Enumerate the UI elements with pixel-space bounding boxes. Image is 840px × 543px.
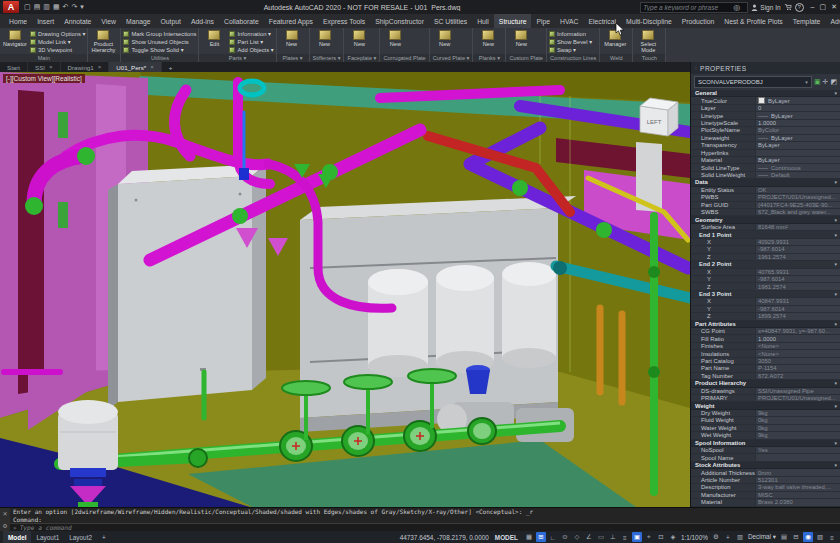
- property-row[interactable]: SWBS 672_Black and grey water...: [691, 209, 840, 216]
- property-row[interactable]: Y -987.6014: [691, 306, 840, 313]
- close-command-icon[interactable]: ✕: [2, 510, 7, 517]
- property-row[interactable]: Data: [691, 179, 840, 186]
- close-tab-icon[interactable]: ×: [98, 64, 102, 70]
- ribbon-big-button[interactable]: New: [432, 29, 458, 54]
- ribbon-button[interactable]: Information ▾: [229, 30, 273, 37]
- property-row[interactable]: Dry Weight 9kg: [691, 410, 840, 417]
- transparency-icon[interactable]: ≡: [620, 532, 630, 542]
- isolate-objects-icon[interactable]: ⊟: [791, 532, 801, 542]
- property-row[interactable]: Manufacturer MISC: [691, 492, 840, 499]
- property-row[interactable]: Insulations <None>: [691, 350, 840, 357]
- ribbon-panel-name[interactable]: Custom Plate: [506, 54, 546, 62]
- ribbon-tab[interactable]: HVAC: [555, 14, 583, 28]
- document-tab[interactable]: SSI ×: [28, 62, 61, 72]
- property-row[interactable]: PRIMARY PROJECT/U01/Unassigned...: [691, 395, 840, 402]
- property-row[interactable]: Z 1981.2574: [691, 283, 840, 290]
- ribbon-tab[interactable]: SC Utilities: [429, 14, 472, 28]
- ribbon-panel-name[interactable]: Corrugated Plate: [380, 54, 428, 62]
- ribbon-tab[interactable]: Template: [788, 14, 826, 28]
- quick-properties-icon[interactable]: ▤: [779, 532, 789, 542]
- document-tab[interactable]: Drawing1 ×: [61, 62, 110, 72]
- ribbon-tab[interactable]: Featured Apps: [264, 14, 318, 28]
- 3d-object-snap-icon[interactable]: ⌖: [644, 532, 654, 542]
- close-tab-icon[interactable]: ×: [150, 64, 154, 70]
- ribbon-panel-name[interactable]: Utilities: [121, 54, 198, 62]
- sign-in-button[interactable]: Sign In: [751, 4, 780, 11]
- ribbon-tab[interactable]: Nest & Profile Plots: [719, 14, 788, 28]
- property-row[interactable]: CG Point x=40847.9931, y=-987.60...: [691, 328, 840, 335]
- dynamic-ucs-icon[interactable]: ⊡: [656, 532, 666, 542]
- property-row[interactable]: Solid LineType Continuous: [691, 164, 840, 171]
- property-row[interactable]: DS-drawings SSI/Unassigned Pipe: [691, 388, 840, 395]
- ribbon-button[interactable]: Model Link ▾: [30, 38, 85, 45]
- workspace-switching-icon[interactable]: ⚙: [711, 532, 721, 542]
- property-row[interactable]: Article Number 512301: [691, 477, 840, 484]
- object-snap-tracking-icon[interactable]: ∠: [584, 532, 594, 542]
- ribbon-panel-name[interactable]: Main: [0, 54, 87, 62]
- ribbon-tab[interactable]: Add-ins: [186, 14, 219, 28]
- ribbon-button[interactable]: Show Bevel ▾: [549, 38, 592, 45]
- property-row[interactable]: Stock Attributes: [691, 462, 840, 469]
- property-row[interactable]: Product Hierarchy: [691, 380, 840, 387]
- selection-cycling-icon[interactable]: ▣: [632, 532, 642, 542]
- ribbon-big-button[interactable]: Navigator: [2, 29, 28, 54]
- save-icon[interactable]: ▥: [43, 1, 50, 13]
- redo-icon[interactable]: ↷: [71, 1, 77, 13]
- property-row[interactable]: End 1 Point: [691, 231, 840, 238]
- property-row[interactable]: Fluid Weight 0kg: [691, 417, 840, 424]
- property-row[interactable]: PlotStyleName ByColor: [691, 127, 840, 134]
- ribbon-big-button[interactable]: New: [508, 29, 534, 54]
- ribbon-button[interactable]: Show Unused Objects: [123, 38, 196, 45]
- ribbon-big-button[interactable]: New: [312, 29, 338, 54]
- property-row[interactable]: Part GUID {44017FC4-9E25-403E-90...: [691, 202, 840, 209]
- ribbon-tab[interactable]: Production: [677, 14, 720, 28]
- ribbon-tab[interactable]: Output: [156, 14, 186, 28]
- ribbon-button[interactable]: Drawing Options ▾: [30, 30, 85, 37]
- property-row[interactable]: Description 3-way ball valve threaded,..…: [691, 484, 840, 491]
- minimize-button[interactable]: –: [811, 3, 815, 11]
- app-store-icon[interactable]: [784, 3, 792, 11]
- ribbon-panel-name[interactable]: Curved Plate ▾: [430, 54, 473, 62]
- property-row[interactable]: Material Brass 2.0380: [691, 499, 840, 506]
- property-row[interactable]: Material ByLayer: [691, 157, 840, 164]
- property-row[interactable]: Part Name P-1154: [691, 365, 840, 372]
- isodraft-icon[interactable]: ◇: [572, 532, 582, 542]
- close-tab-icon[interactable]: ×: [49, 64, 53, 70]
- ribbon-tab[interactable]: Collaborate: [219, 14, 264, 28]
- property-row[interactable]: X 40765.9931: [691, 269, 840, 276]
- ribbon-panel-name[interactable]: Weld: [600, 54, 632, 62]
- document-tab[interactable]: Start: [0, 62, 28, 72]
- search-input[interactable]: [643, 4, 733, 11]
- ribbon-tab[interactable]: Multi-Discipline: [621, 14, 677, 28]
- property-row[interactable]: Lineweight ByLayer: [691, 135, 840, 142]
- customize-icon[interactable]: ≡: [827, 532, 837, 542]
- property-row[interactable]: End 3 Point: [691, 291, 840, 298]
- polar-tracking-icon[interactable]: ⊙: [560, 532, 570, 542]
- ribbon-big-button[interactable]: Manager: [602, 29, 628, 54]
- ribbon-button[interactable]: Toggle Show Solid ▾: [123, 46, 196, 53]
- units-icon[interactable]: ▥: [735, 532, 745, 542]
- property-row[interactable]: X 40847.9931: [691, 298, 840, 305]
- property-row[interactable]: Y -987.6014: [691, 276, 840, 283]
- snap-icon[interactable]: ⊞: [536, 532, 546, 542]
- ribbon-tab[interactable]: View: [96, 14, 121, 28]
- model-space-badge[interactable]: MODEL: [491, 534, 522, 541]
- ribbon-big-button[interactable]: Edit: [201, 29, 227, 54]
- layout-tab[interactable]: Layout2: [64, 534, 97, 541]
- object-snap-icon[interactable]: ▭: [596, 532, 606, 542]
- property-row[interactable]: Fill Ratio 1.0000: [691, 335, 840, 342]
- ribbon-tab[interactable]: Hull: [472, 14, 494, 28]
- ortho-icon[interactable]: ∟: [548, 532, 558, 542]
- layout-tab[interactable]: Model: [3, 531, 31, 543]
- ribbon-panel-name[interactable]: Faceplate ▾: [344, 54, 379, 62]
- customize-command-icon[interactable]: ⚙: [2, 522, 7, 529]
- ribbon-tab[interactable]: Manage: [121, 14, 156, 28]
- ribbon-big-button[interactable]: New: [382, 29, 408, 54]
- clean-screen-icon[interactable]: ▧: [815, 532, 825, 542]
- viewport-canvas[interactable]: [-][Custom View][Realistic]: [0, 72, 690, 507]
- ribbon-tab[interactable]: Insert: [32, 14, 59, 28]
- property-row[interactable]: Part Attributes: [691, 321, 840, 328]
- properties-header[interactable]: ⁞ PROPERTIES: [691, 62, 840, 74]
- property-row[interactable]: Spool Name: [691, 454, 840, 461]
- ribbon-panel-name[interactable]: Touch: [633, 54, 665, 62]
